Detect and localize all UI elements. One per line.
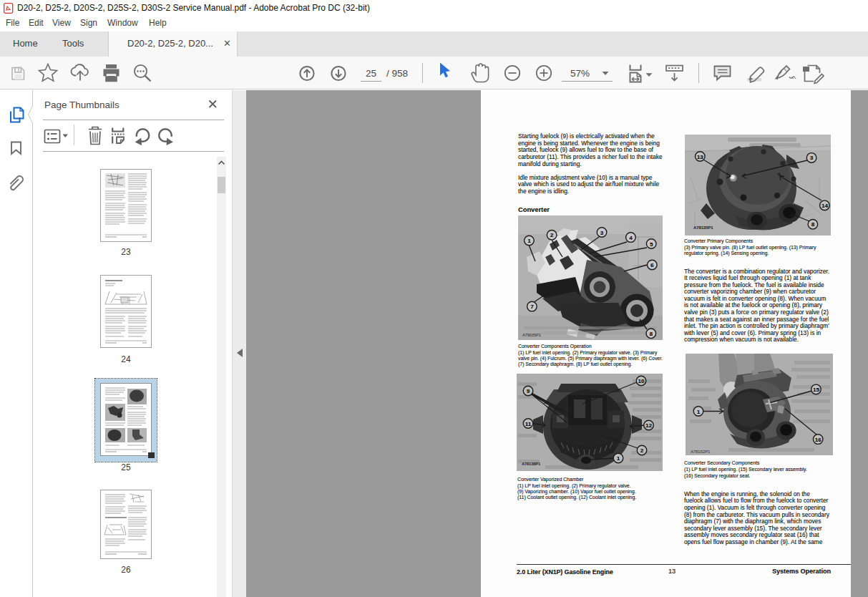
svg-text:11: 11 [525,421,532,427]
svg-text:A78135P1: A78135P1 [693,225,713,230]
svg-text:2: 2 [640,447,644,454]
svg-text:6: 6 [650,262,654,268]
svg-text:2: 2 [550,232,554,238]
svg-text:8: 8 [650,331,653,337]
svg-text:13: 13 [697,154,703,160]
svg-text:1: 1 [617,455,620,462]
svg-text:14: 14 [821,203,828,209]
svg-text:9: 9 [527,388,530,394]
svg-text:/ 958: / 958 [386,68,408,79]
svg-text:5: 5 [650,241,653,248]
svg-text:16: 16 [815,437,821,443]
svg-text:A79035P1: A79035P1 [522,333,541,337]
svg-text:25: 25 [366,68,376,79]
svg-text:15: 15 [813,387,819,393]
svg-text:1: 1 [527,238,531,244]
svg-text:A78138P1: A78138P1 [522,462,540,466]
svg-text:A78152P1: A78152P1 [691,450,710,454]
svg-text:10: 10 [638,378,645,384]
svg-text:3: 3 [810,155,814,161]
svg-text:4: 4 [629,235,633,241]
svg-text:3: 3 [600,230,604,236]
svg-text:57%: 57% [570,68,590,79]
svg-text:1: 1 [697,409,701,415]
svg-text:12: 12 [645,422,652,429]
svg-text:7: 7 [530,304,534,310]
svg-text:8: 8 [811,221,815,228]
